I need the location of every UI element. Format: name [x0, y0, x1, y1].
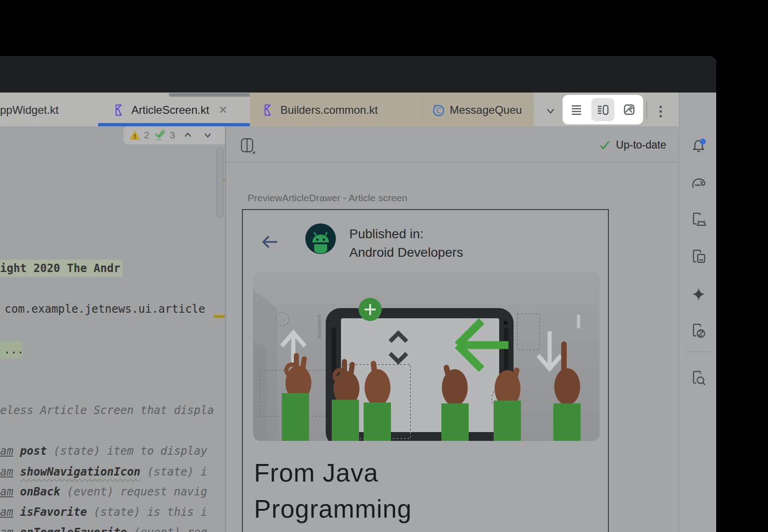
active-tab-underline — [98, 123, 250, 126]
screenshot-stage: Medium Phone API 35 app — [0, 0, 768, 532]
check-count: 3 — [170, 130, 175, 141]
publisher-avatar — [305, 223, 336, 256]
prev-issue-chevron-icon[interactable] — [182, 129, 194, 141]
close-tab-icon[interactable]: ✕ — [218, 104, 228, 117]
tab-label: Builders.common.kt — [280, 104, 378, 117]
publisher-name: Android Developers — [349, 245, 463, 260]
main-toolbar: Medium Phone API 35 app — [0, 56, 716, 93]
preview-layout-icon[interactable] — [240, 137, 256, 156]
ide-window: Medium Phone API 35 app — [0, 56, 716, 532]
preview-toolbar: Up-to-date — [226, 126, 679, 163]
class-file-icon: C — [431, 103, 445, 117]
tab-label: ArticleScreen.kt — [131, 104, 209, 117]
design-view-button[interactable] — [618, 98, 641, 121]
main-area: ight 2020 The Andrcom.example.jetnews.ui… — [0, 126, 716, 532]
checks-icon — [153, 129, 167, 141]
article-preview-card[interactable]: Published in: Android Developers — [242, 209, 609, 532]
published-in-label: Published in: — [349, 227, 423, 241]
code-line: am post (state) item to display — [0, 442, 207, 460]
article-hero-image — [253, 272, 600, 441]
next-issue-chevron-icon[interactable] — [202, 129, 214, 141]
strip-divider — [685, 352, 711, 352]
app-inspection-icon[interactable] — [690, 370, 707, 387]
tab-label: MessageQueu — [450, 104, 522, 117]
preview-title-label[interactable]: PreviewArticleDrawer - Article screen — [248, 192, 407, 204]
kotlin-file-icon — [263, 104, 275, 116]
code-line: am onBack (event) request navig — [0, 483, 207, 501]
notifications-bell-icon[interactable] — [690, 136, 707, 153]
inspections-widget[interactable]: 2 3 — [124, 126, 225, 144]
tabbar-kebab-icon[interactable] — [656, 98, 665, 124]
editor-vertical-scrollbar[interactable] — [217, 147, 223, 218]
error-stripe-mark[interactable] — [214, 315, 225, 318]
gradle-icon[interactable] — [690, 174, 707, 191]
gemini-sparkle-icon[interactable] — [690, 286, 707, 303]
code-line: ight 2020 The Andr — [0, 260, 120, 277]
preview-status: Up-to-date — [599, 139, 666, 151]
tab-label: AppWidget.kt — [0, 104, 59, 117]
tab-messagequeue[interactable]: C MessageQueu — [431, 97, 534, 123]
editor-tab-bar: AppWidget.kt ArticleScreen.kt ✕ B — [0, 93, 679, 126]
back-arrow-icon — [261, 234, 279, 252]
code-line: com.example.jetnews.ui.article — [5, 300, 205, 318]
code-view-button[interactable] — [565, 98, 588, 121]
kotlin-file-icon — [114, 104, 126, 116]
hidden-tabs-chevron-icon[interactable] — [544, 98, 557, 124]
code-line: am isFavorite (state) is this i — [0, 503, 207, 521]
warning-count: 2 — [144, 130, 149, 141]
editor-mode-panel — [564, 96, 642, 124]
warning-icon — [129, 130, 141, 141]
preview-status-text: Up-to-date — [616, 139, 666, 151]
device-manager-icon[interactable] — [690, 249, 707, 266]
tab-separator — [422, 98, 423, 120]
svg-text:C: C — [436, 107, 441, 115]
article-title-line2: Programming — [254, 494, 412, 524]
code-line: eless Article Screen that displa — [0, 402, 214, 419]
code-line: am onToggleFavorite (event) req — [0, 524, 207, 532]
compose-preview-pane: Up-to-date PreviewArticleDrawer - Articl… — [226, 126, 679, 532]
device-mirroring-icon[interactable] — [690, 323, 707, 340]
up-to-date-check-icon — [599, 139, 611, 151]
right-tool-strip — [679, 93, 716, 532]
tab-appwidget[interactable]: AppWidget.kt — [0, 97, 59, 123]
running-devices-icon[interactable] — [690, 212, 707, 229]
code-line: ... — [4, 341, 24, 359]
tab-articlescreen[interactable]: ArticleScreen.kt ✕ — [114, 97, 228, 123]
tab-builders-common[interactable]: Builders.common.kt — [263, 97, 378, 123]
code-line: am showNavigationIcon (state) i — [0, 463, 207, 481]
code-editor-pane[interactable]: ight 2020 The Andrcom.example.jetnews.ui… — [0, 126, 225, 532]
article-title-line1: From Java — [254, 458, 378, 488]
split-view-button[interactable] — [591, 98, 614, 121]
tabbar-divider — [646, 101, 647, 119]
